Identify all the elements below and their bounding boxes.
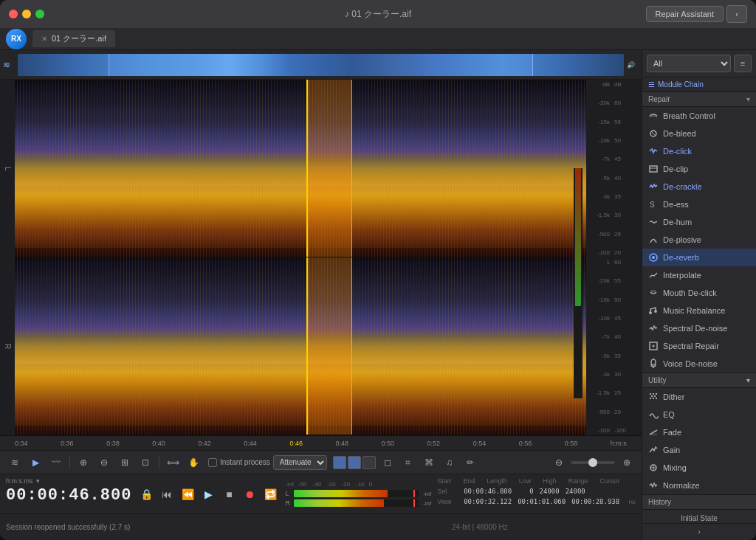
spec-view-btn[interactable]	[333, 456, 346, 469]
module-de-clip[interactable]: De-clip	[642, 160, 756, 178]
lasso-btn[interactable]: ⌗	[399, 454, 417, 471]
module-eq[interactable]: EQ	[642, 406, 756, 423]
module-de-bleed[interactable]: De-bleed	[642, 125, 756, 142]
module-de-crackle[interactable]: De-crackle	[642, 178, 756, 195]
tc-loop-btn[interactable]: 🔁	[261, 485, 279, 503]
harmonic-btn[interactable]: ♫	[441, 454, 458, 471]
module-fade[interactable]: Fade	[642, 423, 756, 441]
module-de-reverb[interactable]: De-reverb	[642, 249, 756, 266]
spectrogram-container[interactable]: L R	[0, 80, 642, 435]
tc-record-btn[interactable]: ⏺	[241, 485, 258, 503]
repair-assistant-button[interactable]: Repair Assistant	[646, 6, 724, 22]
tc-stop-btn[interactable]: ■	[220, 485, 238, 503]
timeline[interactable]: 0:34 0:36 0:38 0:40 0:42 0:44 0:46 0:48 …	[0, 435, 642, 450]
tl-0:48: 0:48	[335, 440, 348, 447]
tab-main[interactable]: ✕ 01 クーラー.aif	[32, 30, 115, 47]
spectrogram-canvas-L[interactable]	[15, 80, 586, 257]
utility-section-header[interactable]: Utility ▾	[642, 373, 756, 388]
history-initial-state[interactable]: Initial State	[648, 514, 750, 522]
maximize-button[interactable]	[35, 10, 44, 18]
module-spectral-denoise[interactable]: Spectral De-noise	[642, 319, 756, 337]
pencil-btn[interactable]: ✏	[461, 454, 479, 471]
svg-rect-22	[651, 395, 653, 397]
history-section-header[interactable]: History	[642, 494, 756, 510]
instant-process-checkbox[interactable]	[208, 458, 217, 467]
timecode-label: h:m:s.ms ▾	[6, 477, 131, 485]
level-meters: -Inf -50 -40 -30 -20 -10 0 L	[285, 477, 431, 510]
waveform-view-btn[interactable]: ≋	[6, 454, 24, 471]
normalize-label: Normalize	[663, 481, 700, 490]
module-spectral-repair[interactable]: Spectral Repair	[642, 337, 756, 355]
zoom-in-btn[interactable]: ⊕	[75, 454, 92, 471]
module-de-plosive[interactable]: De-plosive	[642, 231, 756, 249]
spectrogram-main[interactable]	[15, 80, 586, 435]
combo-view-btn[interactable]	[362, 456, 376, 469]
sel-high: 24000	[540, 488, 560, 495]
tl-0:38: 0:38	[106, 440, 120, 447]
hand-btn[interactable]: ✋	[185, 454, 202, 471]
playhead-R[interactable]	[306, 257, 308, 435]
selection-overlay-R[interactable]	[306, 257, 352, 435]
meter-row-R: R -inf	[285, 499, 431, 507]
minimize-button[interactable]	[22, 10, 31, 18]
tc-back-btn[interactable]: ⏪	[179, 485, 196, 503]
attenuate-select[interactable]: Attenuate	[273, 455, 327, 470]
module-chain-label: Module Chain	[658, 80, 704, 89]
wave-view-btn[interactable]	[348, 456, 361, 469]
dereverb-icon	[648, 252, 659, 263]
zoom-in-horiz-btn[interactable]: ⊕	[618, 454, 636, 471]
module-filter-select[interactable]: All	[647, 55, 731, 72]
zoom-sel-btn[interactable]: ⊡	[137, 454, 154, 471]
wave-btn[interactable]: 〰	[47, 454, 65, 471]
channel-top[interactable]	[15, 80, 586, 257]
module-music-rebalance[interactable]: Music Rebalance	[642, 302, 756, 319]
module-dither[interactable]: Dither	[642, 388, 756, 406]
scroll-btn[interactable]: ⟺	[164, 454, 182, 471]
playhead-L[interactable]	[306, 80, 308, 257]
module-mouth-declick[interactable]: Mouth De-click	[642, 284, 756, 302]
overview-bar[interactable]: ≋ 🔊	[0, 50, 642, 80]
repair-section-header[interactable]: Repair ▾	[642, 92, 756, 107]
svg-rect-1	[15, 186, 586, 248]
spectrogram-canvas-R[interactable]	[15, 257, 586, 435]
module-de-click[interactable]: De-click	[642, 142, 756, 160]
module-mixing[interactable]: Mixing	[642, 459, 756, 477]
tab-close-icon[interactable]: ✕	[41, 35, 47, 43]
module-de-ess[interactable]: S De-ess	[642, 195, 756, 213]
tl-0:34: 0:34	[15, 440, 28, 447]
declick-icon	[648, 146, 659, 156]
brush-btn[interactable]: ⌘	[420, 454, 438, 471]
zoom-out-horiz-btn[interactable]: ⊖	[550, 454, 568, 471]
nav-back-button[interactable]: ‹	[726, 5, 747, 23]
zoom-slider[interactable]	[571, 461, 615, 464]
overview-waveform[interactable]	[18, 54, 624, 76]
zoom-out-btn[interactable]: ⊖	[95, 454, 113, 471]
app-logo: RX	[6, 29, 27, 49]
module-normalize[interactable]: Normalize	[642, 477, 756, 494]
panel-menu-button[interactable]: ≡	[734, 55, 752, 72]
overview-selection	[109, 54, 533, 76]
interpolate-label: Interpolate	[663, 271, 701, 280]
zoom-fit-btn[interactable]: ⊞	[116, 454, 134, 471]
selection-btn[interactable]: ◻	[379, 454, 396, 471]
module-de-hum[interactable]: De-hum	[642, 213, 756, 231]
panel-expand-button[interactable]: ›	[642, 523, 756, 540]
module-breath-control[interactable]: Breath Control	[642, 107, 756, 125]
mouth-declick-label: Mouth De-click	[663, 288, 717, 297]
meter-inf-L: -inf	[423, 491, 431, 497]
module-gain[interactable]: Gain	[642, 441, 756, 459]
tc-skip-start-btn[interactable]: ⏮	[158, 485, 176, 503]
tc-lock-btn[interactable]: 🔒	[137, 485, 155, 503]
channel-bottom[interactable]	[15, 257, 586, 435]
spectral-repair-label: Spectral Repair	[663, 342, 719, 350]
playback-btn[interactable]: ▶	[27, 454, 44, 471]
close-button[interactable]	[9, 10, 18, 18]
sel-label: Sel	[437, 488, 458, 495]
selection-overlay-L[interactable]	[306, 80, 352, 257]
mouth-icon	[648, 288, 659, 298]
tc-play-btn[interactable]: ▶	[199, 485, 217, 503]
interpolate-icon	[648, 270, 659, 280]
svg-rect-2	[15, 177, 586, 195]
module-interpolate[interactable]: Interpolate	[642, 266, 756, 284]
module-voice-denoise[interactable]: Voice De-noise	[642, 355, 756, 373]
